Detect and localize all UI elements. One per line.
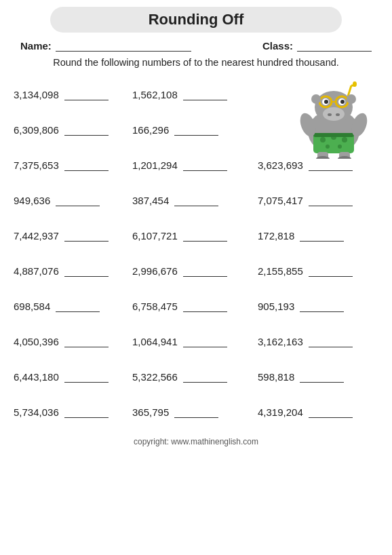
hippo-image [290,72,377,161]
svg-point-15 [311,94,321,104]
answer-line [56,195,100,206]
answer-line [64,125,109,136]
problem-cell: 4,319,204 [258,406,373,418]
problem-row: 7,442,9376,107,721172,818 [14,218,378,242]
answer-line [300,231,344,242]
answer-line [309,160,353,171]
problem-cell: 2,155,855 [258,265,373,277]
number-value: 698,584 [14,301,50,312]
svg-rect-23 [313,133,354,137]
problem-cell: 7,375,653 [14,159,132,171]
answer-line [300,372,344,383]
answer-line [64,372,109,383]
number-value: 3,623,693 [258,159,303,171]
number-value: 5,734,036 [14,406,59,418]
answer-line [183,160,227,171]
number-value: 6,443,180 [14,371,59,383]
problem-cell: 598,818 [258,371,373,383]
answer-line [64,337,109,347]
number-value: 598,818 [258,371,294,383]
class-input[interactable] [297,39,372,52]
answer-line [174,125,218,136]
class-label: Class: [262,40,293,52]
svg-point-18 [320,137,326,142]
problem-row: 4,887,0762,996,6762,155,855 [14,254,378,277]
answer-line [183,372,227,383]
problem-cell: 6,758,475 [132,301,258,312]
answer-line [64,266,109,277]
number-value: 2,155,855 [258,265,303,277]
answer-line [309,407,353,418]
main-content: 3,134,0981,562,1086,309,806166,2967,375,… [14,77,378,430]
problem-row: 6,443,1805,322,566598,818 [14,360,378,383]
problem-cell: 3,162,163 [258,336,373,347]
answer-line [64,90,109,100]
svg-point-7 [324,100,328,104]
page-title: Rounding Off [149,11,244,28]
problem-cell: 387,454 [132,195,258,206]
problem-cell: 3,134,098 [14,89,132,100]
problem-cell: 905,193 [258,301,373,312]
answer-line [309,195,353,206]
number-value: 166,296 [132,124,169,136]
name-class-row: Name: Class: [14,39,378,52]
answer-line [174,195,218,206]
number-value: 949,636 [14,195,50,206]
svg-point-20 [342,137,347,142]
svg-point-22 [338,145,342,149]
problem-cell: 5,322,566 [132,371,258,383]
problem-row: 5,734,036365,7954,319,204 [14,395,378,418]
problem-cell: 949,636 [14,195,132,206]
problem-cell: 166,296 [132,124,258,136]
problem-cell: 1,201,294 [132,159,258,171]
number-value: 3,134,098 [14,89,59,100]
number-value: 4,050,396 [14,336,59,347]
problem-row: 698,5846,758,475905,193 [14,289,378,312]
problem-cell: 172,818 [258,230,373,242]
number-value: 6,758,475 [132,301,178,312]
answer-line [300,301,344,312]
answer-line [174,407,218,418]
number-value: 4,319,204 [258,406,303,418]
problem-cell: 6,309,806 [14,124,132,136]
svg-point-14 [353,81,357,87]
problem-cell: 1,562,108 [132,89,258,100]
class-section: Class: [262,39,372,52]
svg-point-4 [336,113,340,116]
problem-cell: 4,887,076 [14,265,132,277]
number-value: 905,193 [258,301,294,312]
number-value: 172,818 [258,230,294,242]
svg-point-2 [323,107,345,121]
number-value: 5,322,566 [132,371,178,383]
problem-cell: 2,996,676 [132,265,258,277]
answer-line [183,231,227,242]
problem-row: 4,050,3961,064,9413,162,163 [14,324,378,347]
problem-cell: 698,584 [14,301,132,312]
answer-line [64,231,109,242]
problem-cell: 7,075,417 [258,195,373,206]
number-value: 3,162,163 [258,336,303,347]
number-value: 7,442,937 [14,230,59,242]
answer-line [183,301,227,312]
number-value: 2,996,676 [132,265,178,277]
name-section: Name: [20,39,191,52]
problem-cell: 3,623,693 [258,159,373,171]
answer-line [64,407,109,418]
number-value: 1,064,941 [132,336,178,347]
problem-cell: 1,064,941 [132,336,258,347]
number-value: 6,309,806 [14,124,59,136]
copyright: copyright: www.mathinenglish.com [14,437,378,450]
name-label: Name: [20,40,52,52]
answer-line [56,301,100,312]
svg-point-21 [326,145,330,149]
number-value: 7,075,417 [258,195,303,206]
number-value: 365,795 [132,406,169,418]
name-input[interactable] [56,39,191,52]
problem-cell: 365,795 [132,406,258,418]
answer-line [64,160,109,171]
number-value: 1,201,294 [132,159,178,171]
answer-line [183,90,227,100]
answer-line [183,266,227,277]
title-bar: Rounding Off [50,7,342,33]
answer-line [183,337,227,347]
